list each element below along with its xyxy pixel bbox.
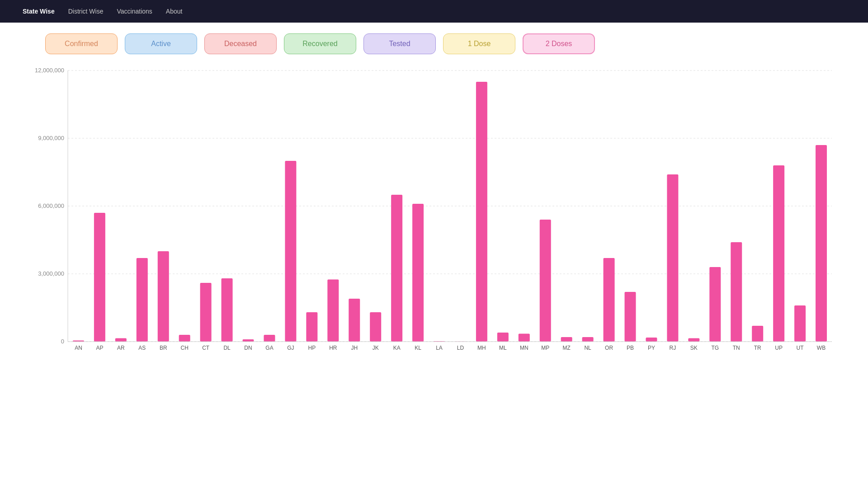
- svg-text:OR: OR: [605, 345, 613, 351]
- svg-rect-62: [625, 292, 636, 342]
- filter-tested[interactable]: Tested: [363, 33, 436, 54]
- svg-rect-60: [604, 258, 615, 342]
- svg-rect-80: [816, 145, 827, 342]
- svg-text:0: 0: [61, 338, 64, 345]
- filter-confirmed[interactable]: Confirmed: [45, 33, 118, 54]
- svg-text:WB: WB: [817, 345, 826, 351]
- svg-text:HP: HP: [308, 345, 316, 351]
- svg-text:9,000,000: 9,000,000: [38, 135, 64, 141]
- svg-rect-34: [327, 280, 339, 342]
- svg-rect-48: [476, 82, 487, 342]
- svg-text:HR: HR: [329, 345, 337, 351]
- svg-text:LA: LA: [436, 345, 443, 351]
- nav-state-wise[interactable]: State Wise: [23, 8, 55, 15]
- svg-text:3,000,000: 3,000,000: [38, 270, 64, 277]
- svg-rect-24: [222, 278, 233, 342]
- svg-rect-16: [137, 258, 148, 342]
- svg-text:AN: AN: [75, 345, 82, 351]
- filter-recovered[interactable]: Recovered: [284, 33, 356, 54]
- nav-about[interactable]: About: [166, 8, 183, 15]
- svg-text:MZ: MZ: [563, 345, 571, 351]
- svg-text:RJ: RJ: [670, 345, 676, 351]
- svg-text:NL: NL: [584, 345, 591, 351]
- svg-rect-74: [752, 326, 763, 342]
- navbar: State Wise District Wise Vaccinations Ab…: [0, 0, 868, 23]
- svg-text:AS: AS: [138, 345, 146, 351]
- svg-text:GJ: GJ: [287, 345, 294, 351]
- bar-chart: 03,000,0006,000,0009,000,00012,000,000AN…: [27, 61, 841, 369]
- svg-rect-52: [519, 334, 530, 342]
- svg-rect-30: [285, 161, 296, 342]
- svg-text:SK: SK: [690, 345, 698, 351]
- svg-text:DN: DN: [244, 345, 252, 351]
- svg-rect-42: [412, 204, 424, 342]
- svg-text:AP: AP: [96, 345, 103, 351]
- svg-text:AR: AR: [117, 345, 125, 351]
- svg-text:DL: DL: [223, 345, 231, 351]
- svg-rect-70: [709, 267, 721, 342]
- svg-text:MP: MP: [541, 345, 549, 351]
- nav-district-wise[interactable]: District Wise: [68, 8, 104, 15]
- svg-rect-40: [391, 195, 402, 342]
- svg-text:BR: BR: [160, 345, 167, 351]
- svg-rect-26: [243, 339, 254, 342]
- svg-rect-20: [179, 335, 190, 342]
- svg-rect-64: [646, 338, 657, 342]
- svg-rect-66: [667, 174, 678, 342]
- svg-text:ML: ML: [499, 345, 507, 351]
- svg-rect-58: [582, 337, 594, 342]
- svg-text:CH: CH: [181, 345, 189, 351]
- svg-text:UT: UT: [797, 345, 804, 351]
- filter-active[interactable]: Active: [125, 33, 197, 54]
- filter-bar: Confirmed Active Deceased Recovered Test…: [0, 23, 868, 61]
- svg-rect-28: [264, 335, 275, 342]
- filter-dose2[interactable]: 2 Doses: [523, 33, 595, 54]
- chart-container: 03,000,0006,000,0009,000,00012,000,000AN…: [0, 61, 868, 384]
- svg-text:12,000,000: 12,000,000: [35, 67, 64, 74]
- svg-text:PB: PB: [627, 345, 634, 351]
- svg-text:JH: JH: [351, 345, 358, 351]
- svg-rect-22: [200, 283, 212, 342]
- svg-rect-38: [370, 312, 381, 342]
- svg-rect-54: [540, 220, 551, 342]
- svg-rect-56: [561, 337, 572, 342]
- filter-deceased[interactable]: Deceased: [204, 33, 277, 54]
- svg-rect-72: [731, 242, 742, 342]
- svg-text:PY: PY: [648, 345, 655, 351]
- svg-text:UP: UP: [775, 345, 783, 351]
- svg-text:TG: TG: [711, 345, 719, 351]
- nav-vaccinations[interactable]: Vaccinations: [117, 8, 152, 15]
- svg-text:LD: LD: [457, 345, 464, 351]
- svg-text:6,000,000: 6,000,000: [38, 202, 64, 209]
- svg-text:TN: TN: [733, 345, 740, 351]
- svg-rect-76: [773, 165, 784, 342]
- svg-text:CT: CT: [202, 345, 210, 351]
- svg-rect-50: [497, 333, 509, 342]
- svg-text:MH: MH: [477, 345, 486, 351]
- svg-rect-12: [94, 213, 105, 342]
- svg-rect-32: [306, 312, 317, 342]
- svg-rect-68: [688, 338, 699, 342]
- svg-rect-36: [349, 299, 360, 342]
- svg-text:KA: KA: [393, 345, 401, 351]
- filter-dose1[interactable]: 1 Dose: [443, 33, 515, 54]
- svg-rect-18: [158, 251, 169, 342]
- svg-rect-14: [115, 338, 127, 342]
- svg-text:GA: GA: [265, 345, 273, 351]
- svg-rect-78: [794, 305, 806, 342]
- svg-text:MN: MN: [520, 345, 528, 351]
- svg-text:TR: TR: [754, 345, 761, 351]
- svg-text:KL: KL: [415, 345, 421, 351]
- svg-text:JK: JK: [373, 345, 379, 351]
